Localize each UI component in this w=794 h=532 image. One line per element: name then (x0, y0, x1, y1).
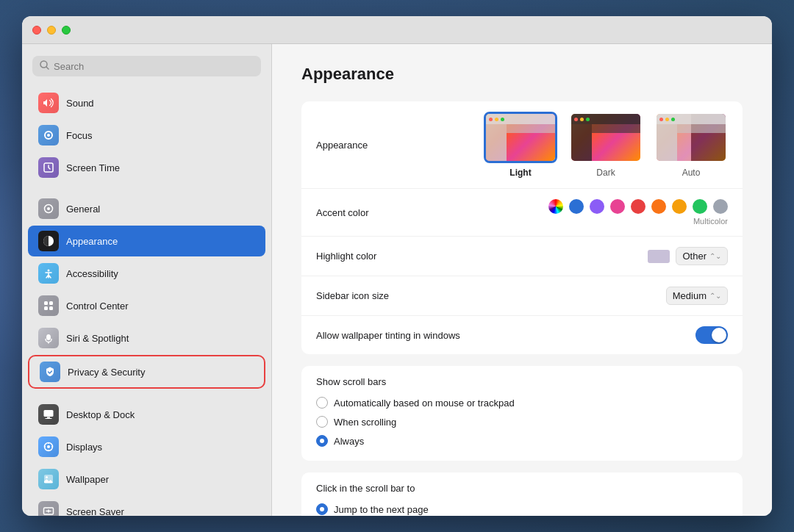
wallpaper-tinting-toggle[interactable] (695, 326, 728, 344)
screentime-icon (38, 157, 59, 178)
click-jump-item[interactable]: Jump to the next page (316, 500, 728, 516)
scroll-auto-radio[interactable] (316, 397, 328, 409)
sidebar-item-siri[interactable]: Siri & Spotlight (28, 323, 265, 353)
dark-dot-green (586, 118, 590, 121)
scroll-scrolling-radio[interactable] (316, 416, 328, 428)
screensaver-icon (38, 501, 59, 516)
sidebar-item-privacy[interactable]: Privacy & Security (28, 355, 265, 389)
sidebar-item-label-sound: Sound (66, 98, 94, 109)
dark-sidebar (571, 124, 592, 161)
preview-sidebar-light (486, 124, 507, 161)
wallpaper-tinting-row: Allow wallpaper tinting in windows (301, 316, 743, 354)
sidebar-item-label-privacy: Privacy & Security (68, 367, 145, 378)
scroll-auto-label: Automatically based on mouse or trackpad (334, 398, 515, 409)
appearance-option-auto[interactable]: Auto (654, 112, 728, 178)
search-input[interactable] (54, 61, 254, 72)
appearance-section: Appearance (301, 101, 743, 354)
svg-rect-8 (49, 301, 53, 305)
sidebar-item-appearance[interactable]: Appearance (28, 226, 265, 256)
scroll-scrolling-item[interactable]: When scrolling (316, 412, 728, 431)
svg-rect-14 (47, 417, 50, 419)
appearance-preview-auto (654, 112, 728, 163)
appearance-name-auto: Auto (682, 168, 701, 178)
scroll-auto-item[interactable]: Automatically based on mouse or trackpad (316, 393, 728, 412)
appearance-option-light[interactable]: Light (484, 112, 557, 178)
appearance-name-light: Light (509, 168, 531, 178)
toggle-knob (712, 328, 726, 342)
appearance-preview-light (484, 112, 557, 163)
appearance-preview-dark (569, 112, 643, 163)
accent-swatch-purple[interactable] (590, 199, 604, 214)
sidebar-item-screentime[interactable]: Screen Time (28, 152, 265, 183)
preview-titlebar-light (486, 114, 555, 124)
accent-swatch-pink[interactable] (610, 199, 625, 214)
auto-dot-red (659, 118, 663, 121)
auto-toolbar (677, 124, 726, 133)
sidebar-item-sound[interactable]: Sound (28, 87, 265, 118)
sidebar-item-desktop[interactable]: Desktop & Dock (28, 399, 265, 430)
dark-overlay (571, 114, 640, 161)
sidebar-item-wallpaper[interactable]: Wallpaper (28, 464, 265, 495)
page-title: Appearance (301, 65, 743, 84)
highlight-control: Other ⌃⌄ (648, 247, 728, 265)
svg-rect-7 (44, 301, 48, 305)
accent-swatch-orange[interactable] (651, 199, 666, 214)
highlight-color-row: Highlight color Other ⌃⌄ (301, 237, 743, 276)
dark-dot-red (574, 118, 578, 121)
minimize-button[interactable] (47, 26, 56, 35)
traffic-lights (32, 26, 71, 35)
sidebar-item-label-controlcenter: Control Center (66, 301, 129, 312)
svg-rect-9 (44, 306, 48, 310)
sidebar-item-label-wallpaper: Wallpaper (66, 474, 109, 485)
svg-point-6 (48, 270, 50, 272)
sidebar-item-label-general: General (66, 204, 100, 215)
scroll-bars-radio-group: Automatically based on mouse or trackpad… (301, 393, 743, 461)
siri-icon (38, 328, 59, 348)
accent-swatch-red[interactable] (631, 199, 645, 214)
accent-swatch-yellow[interactable] (672, 199, 687, 214)
highlight-arrows: ⌃⌄ (709, 252, 721, 260)
close-button[interactable] (32, 26, 41, 35)
sidebar-icon-control: Medium ⌃⌄ (666, 287, 728, 305)
desktop-icon (38, 404, 59, 425)
search-box[interactable] (32, 56, 261, 76)
accent-color-row: Accent color (301, 189, 743, 237)
appearance-options: Light (484, 112, 728, 178)
sidebar-item-screensaver[interactable]: Screen Saver (28, 496, 265, 516)
sidebar-icon-row: Sidebar icon size Medium ⌃⌄ (301, 276, 743, 316)
maximize-button[interactable] (62, 26, 71, 35)
general-icon (38, 198, 59, 219)
preview-dot-red (489, 118, 493, 121)
accent-sublabel: Multicolor (693, 217, 728, 226)
appearance-option-dark[interactable]: Dark (569, 112, 643, 178)
accent-swatch-multicolor[interactable] (548, 199, 563, 214)
accent-colors: Multicolor (548, 199, 728, 226)
scroll-always-radio[interactable] (316, 435, 328, 447)
svg-point-23 (46, 476, 48, 478)
auto-dot-green (671, 118, 675, 121)
wallpaper-tinting-control (695, 326, 728, 344)
click-jump-radio[interactable] (316, 503, 328, 515)
accent-swatch-graphite[interactable] (713, 199, 728, 214)
privacy-icon (40, 362, 60, 382)
svg-rect-13 (44, 410, 54, 417)
sidebar-item-accessibility[interactable]: Accessibility (28, 258, 265, 289)
controlcenter-icon (38, 295, 59, 316)
sidebar-item-general[interactable]: General (28, 193, 265, 224)
scroll-always-item[interactable]: Always (316, 431, 728, 450)
sidebar-item-label-screentime: Screen Time (66, 162, 120, 173)
sidebar-item-displays[interactable]: Displays (28, 431, 265, 462)
appearance-icon (38, 231, 59, 251)
accent-swatch-green[interactable] (693, 199, 707, 214)
sidebar-icon-label: Sidebar icon size (316, 290, 478, 301)
accessibility-icon (38, 263, 59, 284)
accent-swatch-blue[interactable] (569, 199, 584, 214)
sidebar-item-focus[interactable]: Focus (28, 120, 265, 151)
highlight-dropdown[interactable]: Other ⌃⌄ (676, 247, 728, 265)
sidebar-item-controlcenter[interactable]: Control Center (28, 290, 265, 321)
main-content: Appearance Appearance (272, 44, 772, 516)
dark-dot-yellow (580, 118, 584, 121)
focus-icon (38, 125, 59, 145)
sidebar-icon-dropdown[interactable]: Medium ⌃⌄ (666, 287, 728, 305)
scroll-bars-label: Show scroll bars (301, 366, 743, 393)
